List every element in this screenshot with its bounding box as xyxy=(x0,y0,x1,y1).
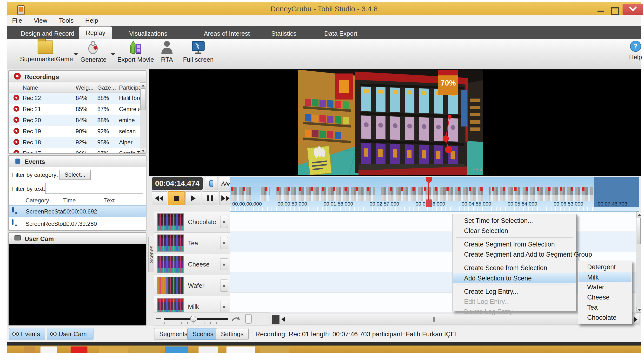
fullscreen-button[interactable]: Full screen xyxy=(179,40,218,63)
play-button[interactable] xyxy=(186,191,201,205)
recordings-scrollbar[interactable] xyxy=(140,82,146,154)
scroll-up-icon[interactable] xyxy=(636,212,641,217)
snap-tool-button[interactable] xyxy=(219,177,232,190)
tab-visualizations[interactable]: Visualizations xyxy=(122,28,174,39)
recording-row[interactable]: Rec 22 84% 88% Halil İbrahi... xyxy=(9,92,140,104)
filter-text-input[interactable] xyxy=(45,183,143,194)
project-button[interactable]: SupermarketGame xyxy=(20,40,70,63)
scene-options-button[interactable] xyxy=(220,301,228,313)
hscroll-grip[interactable] xyxy=(433,317,435,322)
menu-set-time-for-selection[interactable]: Set Time for Selection... xyxy=(453,216,576,226)
tab-settings[interactable]: Settings xyxy=(216,328,249,340)
timeline-ruler[interactable]: 00:00:00.000 00:00:59.000 00:01:58.000 0… xyxy=(230,176,639,212)
delete-scene-icon[interactable] xyxy=(245,314,252,324)
recording-row[interactable]: Rec 20 84% 88% emine xyxy=(9,115,140,126)
scrollbar-thumb[interactable] xyxy=(140,88,146,110)
menu-create-segment-group[interactable]: Create Segment and Add to Segment Group xyxy=(453,250,576,260)
generate-button[interactable]: Generate xyxy=(79,40,108,63)
recording-row[interactable]: Rec 21 85% 87% Cemre arsl... xyxy=(9,104,140,115)
toggle-usercam-button[interactable]: User Cam xyxy=(47,328,94,340)
tab-replay[interactable]: Replay xyxy=(79,26,112,39)
zoom-track-right[interactable] xyxy=(197,318,228,320)
tab-data-export[interactable]: Data Export xyxy=(318,28,364,39)
scenes-side-tab[interactable]: Scenes xyxy=(148,236,154,272)
recording-row[interactable]: Rec 17 96% 97% Semih Tar... xyxy=(9,148,140,154)
taskbar-icon[interactable] xyxy=(40,346,57,353)
scroll-up-icon[interactable] xyxy=(140,83,146,88)
scene-options-button[interactable] xyxy=(220,280,228,292)
tab-design-and-record[interactable]: Design and Record xyxy=(14,28,81,39)
scene-thumbnail[interactable] xyxy=(157,213,184,230)
pause-button[interactable] xyxy=(202,191,218,205)
menu-create-segment[interactable]: Create Segment from Selection xyxy=(453,239,576,250)
taskbar-icon[interactable] xyxy=(165,346,188,353)
column-time[interactable]: Time xyxy=(63,197,76,204)
menu-file[interactable]: File xyxy=(7,17,28,24)
tab-areas-of-interest[interactable]: Areas of Interest xyxy=(197,28,256,39)
menu-view[interactable]: View xyxy=(28,17,52,24)
column-category[interactable]: Category xyxy=(26,197,49,204)
taskbar-icon[interactable] xyxy=(24,346,35,353)
taskbar-icon[interactable] xyxy=(99,346,128,353)
tab-segments[interactable]: Segments xyxy=(154,328,192,340)
taskbar-icon[interactable] xyxy=(129,346,160,353)
submenu-detergent[interactable]: Detergent xyxy=(578,262,632,272)
scene-options-button[interactable] xyxy=(220,258,228,270)
recording-row[interactable]: Rec 18 92% 95% Alper xyxy=(9,137,140,148)
tab-statistics[interactable]: Statistics xyxy=(264,28,303,39)
submenu-tea[interactable]: Tea xyxy=(578,302,632,312)
playhead-marker[interactable] xyxy=(426,177,432,181)
toggle-events-button[interactable]: Events xyxy=(9,328,45,340)
tracks-scrollbar[interactable] xyxy=(636,212,641,313)
scrollbar-thumb[interactable] xyxy=(637,218,641,244)
scroll-left-icon[interactable] xyxy=(282,317,285,322)
submenu-wafer[interactable]: Wafer xyxy=(578,282,632,292)
submenu-cheese[interactable]: Cheese xyxy=(578,292,632,302)
reset-zoom-icon[interactable] xyxy=(232,316,240,322)
scroll-down-icon[interactable] xyxy=(140,148,146,154)
scene-thumbnail[interactable] xyxy=(157,277,184,294)
menu-help[interactable]: Help xyxy=(80,17,103,24)
scroll-right-button[interactable] xyxy=(631,315,640,324)
export-movie-button[interactable]: Export Movie xyxy=(116,40,155,63)
event-row[interactable]: ScreenRecSto... 00:07:39.280 xyxy=(9,218,146,230)
project-dropdown-icon[interactable] xyxy=(74,53,78,56)
help-button[interactable]: ? Help xyxy=(626,40,644,61)
rta-button[interactable]: RTA xyxy=(157,40,176,63)
scroll-down-icon[interactable] xyxy=(636,307,641,312)
select-category-button[interactable]: Select... xyxy=(59,170,90,180)
recordings-header[interactable]: Recordings xyxy=(9,71,146,82)
scene-row-chocolate[interactable]: Chocolate xyxy=(154,212,230,233)
scene-row-wafer[interactable]: Wafer xyxy=(154,275,230,296)
column-gaze[interactable]: Gaze... xyxy=(97,84,116,91)
scene-thumbnail[interactable] xyxy=(157,256,184,273)
submenu-milk[interactable]: Milk xyxy=(578,272,632,282)
events-header[interactable]: Events xyxy=(9,156,146,167)
submenu-chocolate[interactable]: Chocolate xyxy=(578,312,632,323)
taskbar-icon[interactable] xyxy=(198,346,218,353)
zoom-track-left[interactable] xyxy=(164,318,190,320)
close-button[interactable] xyxy=(622,4,643,15)
restore-button[interactable] xyxy=(608,6,621,14)
recording-row[interactable]: Rec 19 90% 92% selcan xyxy=(9,126,140,137)
zoom-out-icon[interactable] xyxy=(156,318,161,319)
stop-button[interactable] xyxy=(168,191,184,205)
menu-create-log-entry[interactable]: Create Log Entry... xyxy=(453,286,576,296)
rewind-button[interactable] xyxy=(152,191,167,205)
minimize-button[interactable] xyxy=(595,6,607,14)
menu-create-scene[interactable]: Create Scene from Selection xyxy=(453,263,576,273)
menu-tools[interactable]: Tools xyxy=(54,17,79,24)
marker-tool-button[interactable] xyxy=(205,177,218,190)
taskbar-icon[interactable] xyxy=(70,346,88,353)
taskbar-icon[interactable] xyxy=(260,346,289,353)
column-name[interactable]: Name xyxy=(23,84,38,91)
menu-add-selection-to-scene[interactable]: Add Selection to Scene xyxy=(453,273,576,283)
generate-dropdown-icon[interactable] xyxy=(111,53,115,56)
column-weight[interactable]: Weig... xyxy=(76,84,94,91)
scene-thumbnail[interactable] xyxy=(157,234,184,252)
menu-clear-selection[interactable]: Clear Selection xyxy=(453,226,576,236)
column-text[interactable]: Text xyxy=(104,197,115,204)
event-row-selected[interactable]: ScreenRecStar... 00:00:00.692 xyxy=(9,205,146,217)
scene-row-tea[interactable]: Tea xyxy=(154,233,230,254)
taskbar-icon[interactable] xyxy=(226,346,256,353)
